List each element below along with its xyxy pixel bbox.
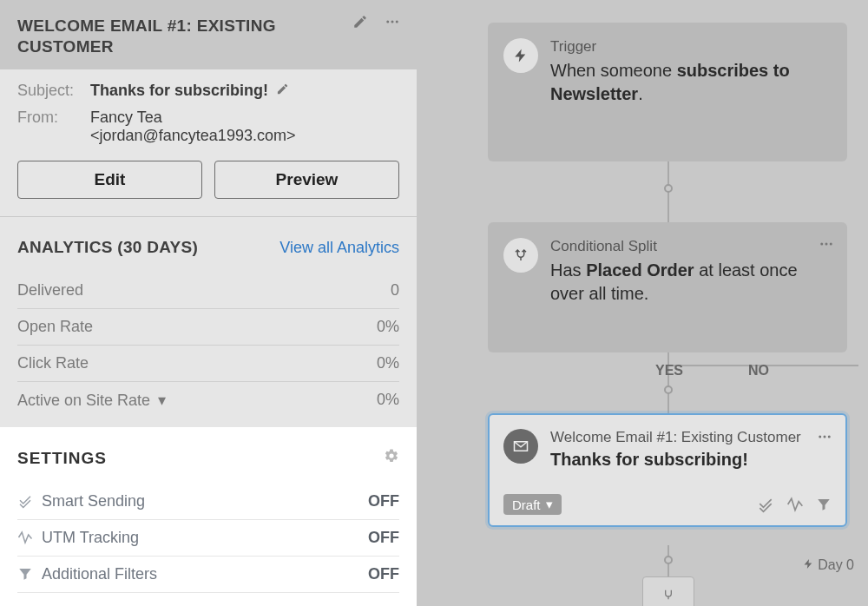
subject-label: Subject: (17, 82, 90, 100)
side-panel: WELCOME EMAIL #1: EXISTING CUSTOMER Subj… (0, 0, 417, 606)
node-text-pre: When someone (550, 61, 677, 80)
email-details: Subject: Thanks for subscribing! From: F… (0, 69, 417, 217)
stat-value: 0% (377, 318, 399, 336)
stat-row: Open Rate 0% (17, 309, 399, 346)
edit-button[interactable]: Edit (17, 161, 202, 199)
layers-check-icon[interactable] (757, 496, 774, 513)
from-label: From: (17, 109, 90, 145)
branch-icon (661, 588, 675, 602)
pencil-icon[interactable] (352, 14, 368, 30)
stat-row[interactable]: Active on Site Rate ▾ 0% (17, 382, 399, 418)
svg-point-2 (396, 21, 398, 23)
svg-point-8 (828, 436, 831, 438)
card-title: WELCOME EMAIL #1: EXISTING CUSTOMER (17, 16, 304, 57)
node-text-post: . (638, 84, 643, 103)
lightning-icon (503, 38, 538, 73)
setting-row-smart-sending[interactable]: Smart Sending OFF (17, 484, 399, 520)
stat-label: Active on Site Rate ▾ (17, 391, 166, 410)
status-text: Draft (512, 497, 541, 512)
caret-down-icon: ▾ (546, 497, 553, 512)
svg-point-4 (825, 243, 828, 246)
email-node[interactable]: Welcome Email #1: Existing Customer Than… (488, 413, 847, 527)
setting-state: OFF (368, 565, 399, 583)
email-node-title: Welcome Email #1: Existing Customer (550, 429, 832, 446)
envelope-icon (503, 429, 538, 464)
preview-button[interactable]: Preview (214, 161, 399, 199)
lightning-icon (803, 558, 814, 570)
node-text: When someone subscribes to Newsletter. (550, 59, 832, 106)
trigger-node[interactable]: Trigger When someone subscribes to Newsl… (488, 23, 847, 161)
stat-value: 0% (377, 354, 399, 372)
stat-value: 0% (377, 391, 399, 410)
subject-value: Thanks for subscribing! (90, 82, 289, 100)
split-node[interactable]: Conditional Split Has Placed Order at le… (488, 222, 847, 352)
more-icon[interactable] (818, 236, 835, 252)
node-kind: Trigger (550, 38, 832, 56)
stat-label: Delivered (17, 281, 83, 300)
gear-icon[interactable] (384, 448, 399, 464)
layers-check-icon (17, 493, 33, 509)
node-text: Has Placed Order at least once over all … (550, 259, 832, 306)
svg-point-1 (391, 21, 394, 23)
node-text-bold: Placed Order (586, 260, 694, 280)
filter-icon (17, 566, 33, 582)
settings-title: SETTINGS (17, 449, 107, 468)
svg-point-3 (820, 243, 823, 246)
branch-no-label: NO (748, 363, 769, 379)
from-name: Fancy Tea (90, 109, 295, 127)
more-icon[interactable] (816, 429, 833, 445)
card-header: WELCOME EMAIL #1: EXISTING CUSTOMER (0, 0, 417, 69)
svg-point-7 (824, 436, 826, 438)
activity-icon[interactable] (786, 496, 804, 513)
stat-label: Click Rate (17, 354, 89, 372)
from-email: <jordan@fancytea1993.com> (90, 127, 295, 145)
setting-state: OFF (368, 529, 399, 547)
node-kind: Conditional Split (550, 238, 832, 255)
setting-state: OFF (368, 492, 399, 510)
day-label-text: Day 0 (818, 557, 854, 572)
stat-label: Open Rate (17, 318, 93, 336)
stat-row: Click Rate 0% (17, 346, 399, 382)
flow-canvas[interactable]: Trigger When someone subscribes to Newsl… (417, 0, 868, 606)
branch-icon (503, 238, 538, 273)
email-node-subject: Thanks for subscribing! (550, 450, 832, 470)
from-value: Fancy Tea <jordan@fancytea1993.com> (90, 109, 295, 145)
connector-dot[interactable] (664, 385, 673, 394)
node-text-pre: Has (550, 260, 586, 280)
connector-dot[interactable] (664, 184, 673, 193)
setting-row-utm-tracking[interactable]: UTM Tracking OFF (17, 520, 399, 557)
settings-section: SETTINGS Smart Sending OFF UTM Tracking … (0, 427, 417, 607)
status-pill[interactable]: Draft ▾ (503, 494, 562, 515)
day-label: Day 0 (803, 557, 854, 597)
analytics-title: ANALYTICS (30 DAYS) (17, 238, 198, 257)
svg-point-5 (830, 243, 832, 246)
stat-row: Delivered 0 (17, 273, 399, 309)
setting-label: Smart Sending (42, 492, 145, 510)
setting-label: Additional Filters (42, 565, 157, 583)
connector-dot[interactable] (664, 556, 673, 564)
svg-point-6 (819, 436, 821, 438)
subject-text: Thanks for subscribing! (90, 82, 268, 99)
view-all-analytics-link[interactable]: View all Analytics (279, 239, 399, 257)
more-icon[interactable] (384, 14, 401, 30)
activity-icon (17, 530, 33, 545)
filter-icon[interactable] (816, 496, 832, 513)
caret-down-icon: ▾ (158, 391, 166, 410)
analytics-section: ANALYTICS (30 DAYS) View all Analytics D… (0, 217, 417, 427)
branch-yes-label: YES (655, 363, 683, 379)
setting-label: UTM Tracking (42, 529, 139, 547)
stat-value: 0 (391, 281, 399, 300)
next-node[interactable] (642, 576, 694, 606)
stat-label-text: Active on Site Rate (17, 392, 150, 409)
pencil-icon[interactable] (276, 82, 289, 96)
svg-point-0 (386, 21, 389, 23)
setting-row-additional-filters[interactable]: Additional Filters OFF (17, 557, 399, 593)
